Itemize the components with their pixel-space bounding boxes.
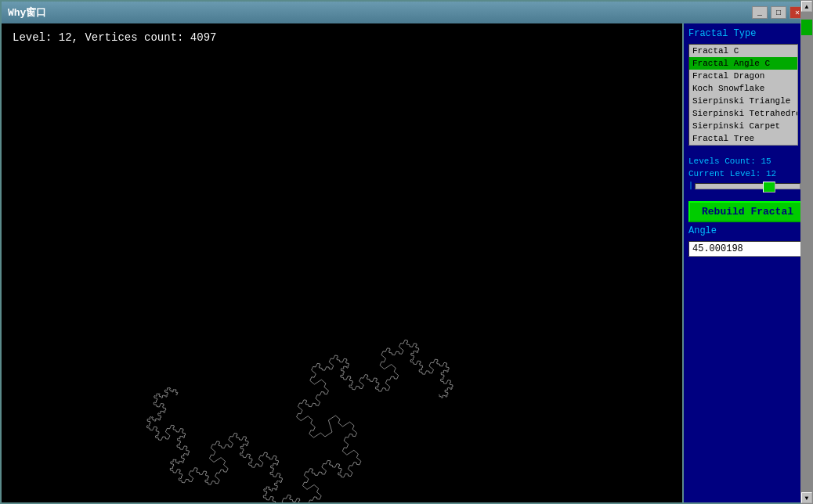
- slider-min-label: |: [688, 182, 693, 190]
- angle-input[interactable]: [688, 241, 810, 257]
- rebuild-fractal-button[interactable]: Rebuild Fractal: [688, 201, 807, 222]
- window-title: Why窗口: [8, 5, 46, 20]
- window-frame: Why窗口 _ □ ✕ Level: 12, Vertices count: 4…: [0, 0, 813, 504]
- level-slider-container: | |: [688, 182, 807, 190]
- angle-label: Angle: [688, 225, 807, 236]
- list-item-fractal-c[interactable]: Fractal C: [689, 45, 797, 57]
- list-item-sierpinski-tetrahedron[interactable]: Sierpinski Tetrahedron: [689, 107, 797, 120]
- list-item-sierpinski-triangle[interactable]: Sierpinski Triangle: [689, 95, 797, 107]
- content-area: Level: 12, Vertices count: 4097 Fractal …: [2, 23, 811, 502]
- scroll-thumb[interactable]: [801, 23, 811, 35]
- list-item-fractal-dragon[interactable]: Fractal Dragon: [689, 70, 797, 82]
- canvas-area: Level: 12, Vertices count: 4097: [2, 23, 682, 502]
- fractal-listbox[interactable]: Fractal C Fractal Angle C Fractal Dragon…: [688, 44, 798, 146]
- fractal-canvas: [2, 23, 682, 502]
- slider-thumb[interactable]: [763, 182, 775, 193]
- level-slider[interactable]: [695, 183, 800, 189]
- list-item-fractal-angle-c[interactable]: Fractal Angle C: [689, 57, 797, 70]
- spacer-1: [688, 149, 807, 153]
- angle-spinbox[interactable]: ▲ ▼: [688, 239, 807, 258]
- scroll-down-button[interactable]: ▼: [801, 492, 811, 502]
- status-text: Level: 12, Vertices count: 4097: [13, 31, 216, 44]
- right-panel: Fractal Type Fractal C Fractal Angle C F…: [682, 23, 811, 502]
- scroll-track: [801, 23, 811, 492]
- list-item-koch-snowflake[interactable]: Koch Snowflake: [689, 82, 797, 95]
- title-bar-buttons: _ □ ✕: [752, 6, 805, 19]
- maximize-button[interactable]: □: [771, 6, 786, 19]
- minimize-button[interactable]: _: [752, 6, 768, 19]
- listbox-scrollbar[interactable]: ▲ ▼: [800, 23, 811, 502]
- levels-count-label: Levels Count: 15: [688, 157, 807, 166]
- fractal-type-label: Fractal Type: [688, 28, 807, 39]
- title-bar: Why窗口 _ □ ✕: [2, 2, 811, 23]
- list-item-fractal-tree[interactable]: Fractal Tree: [689, 132, 797, 145]
- listbox-wrapper: Fractal C Fractal Angle C Fractal Dragon…: [688, 44, 811, 146]
- spacer-2: [688, 193, 807, 198]
- current-level-label: Current Level: 12: [688, 169, 807, 178]
- list-item-sierpinski-carpet[interactable]: Sierpinski Carpet: [689, 120, 797, 132]
